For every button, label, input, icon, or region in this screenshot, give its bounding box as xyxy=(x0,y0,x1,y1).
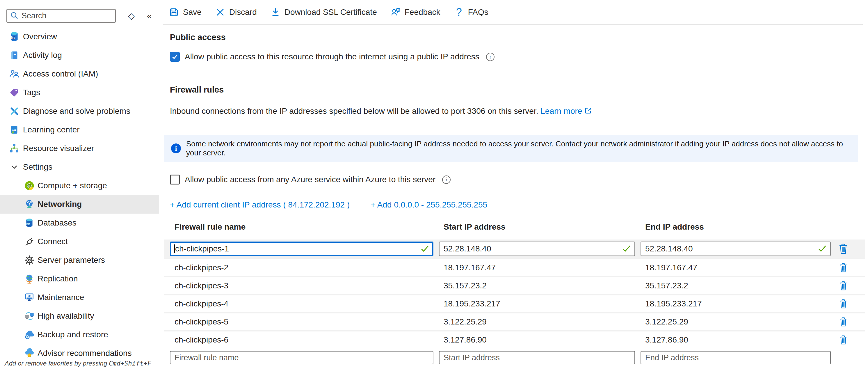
connect-plug-icon xyxy=(24,236,35,247)
svg-text:$: $ xyxy=(29,184,31,188)
end-ip-input[interactable] xyxy=(641,242,831,256)
search-box[interactable] xyxy=(6,9,116,23)
delete-rule-button[interactable] xyxy=(837,333,850,347)
sidebar-item-label: Advisor recommendations xyxy=(37,349,132,358)
banner-text: Some network environments may not report… xyxy=(186,140,851,157)
azure-services-checkbox-label: Allow public access from any Azure servi… xyxy=(185,175,435,184)
end-ip-cell: 35.157.23.2 xyxy=(641,281,831,290)
rule-name-input[interactable] xyxy=(170,242,433,256)
sidebar-item-label: Networking xyxy=(37,199,82,209)
add-full-range-link[interactable]: + Add 0.0.0.0 - 255.255.255.255 xyxy=(371,200,487,210)
external-link-icon xyxy=(584,107,592,116)
access-control-icon xyxy=(9,68,20,80)
table-row: ch-clickpipes-6 3.127.86.90 3.127.86.90 xyxy=(164,330,865,348)
networking-icon xyxy=(24,199,35,210)
add-client-ip-link[interactable]: + Add current client IP address ( 84.172… xyxy=(170,200,350,210)
sidebar-item-backup-restore[interactable]: Backup and restore xyxy=(0,325,159,344)
search-input[interactable] xyxy=(22,11,112,20)
sidebar-item-label: Databases xyxy=(37,218,76,227)
rule-name-cell: ch-clickpipes-5 xyxy=(170,317,433,327)
sidebar-search-row: ◇ « xyxy=(6,9,153,23)
delete-rule-button[interactable] xyxy=(837,261,850,275)
svg-text:My: My xyxy=(11,36,15,39)
sidebar-item-databases[interactable]: DB Databases xyxy=(0,214,159,232)
sidebar-item-label: Learning center xyxy=(23,125,80,134)
maintenance-icon xyxy=(24,292,35,303)
azure-networking-page: ◇ « My Overview Activity log Access cont… xyxy=(0,0,868,369)
faqs-label: FAQs xyxy=(468,7,488,17)
sidebar-item-label: Server parameters xyxy=(37,255,105,265)
sidebar-item-label: Connect xyxy=(37,237,68,246)
start-ip-cell: 3.127.86.90 xyxy=(439,335,635,344)
new-end-ip-input[interactable] xyxy=(641,351,831,364)
new-start-ip-input[interactable] xyxy=(439,351,635,364)
faqs-button[interactable]: ? FAQs xyxy=(454,7,488,18)
rule-name-cell: ch-clickpipes-3 xyxy=(170,281,433,290)
table-row: ch-clickpipes-2 18.197.167.47 18.197.167… xyxy=(164,258,865,276)
end-ip-cell: 18.197.167.47 xyxy=(641,263,831,272)
sidebar-item-activity-log[interactable]: Activity log xyxy=(0,46,159,65)
new-rule-name-input[interactable] xyxy=(170,351,433,364)
tag-icon xyxy=(9,87,20,98)
public-access-checkbox-row: Allow public access to this resource thr… xyxy=(170,52,495,62)
sidebar-item-server-parameters[interactable]: Server parameters xyxy=(0,251,159,270)
download-icon xyxy=(270,7,281,18)
sidebar-item-replication[interactable]: Replication xyxy=(0,270,159,288)
backup-restore-icon xyxy=(24,329,35,340)
info-icon[interactable]: i xyxy=(442,176,451,184)
sidebar-item-access-control[interactable]: Access control (IAM) xyxy=(0,65,159,83)
svg-text:101: 101 xyxy=(12,128,16,131)
end-ip-cell: 3.122.25.29 xyxy=(641,317,831,327)
sidebar-item-overview[interactable]: My Overview xyxy=(0,27,159,46)
pin-menu-icon[interactable]: ◇ xyxy=(128,12,135,20)
question-mark-icon: ? xyxy=(454,7,464,18)
sidebar-item-connect[interactable]: Connect xyxy=(0,232,159,251)
sidebar-item-high-availability[interactable]: High availability xyxy=(0,307,159,325)
collapse-sidebar-icon[interactable]: « xyxy=(147,12,152,20)
toolbar-divider xyxy=(163,25,863,25)
delete-rule-button[interactable] xyxy=(837,297,850,311)
start-ip-input-wrap xyxy=(439,242,635,256)
end-ip-cell: 3.127.86.90 xyxy=(641,335,831,344)
public-access-checkbox[interactable] xyxy=(170,52,180,62)
info-icon[interactable]: i xyxy=(486,53,495,61)
start-ip-cell: 18.195.233.217 xyxy=(439,299,635,308)
feedback-label: Feedback xyxy=(405,7,440,17)
sidebar-item-maintenance[interactable]: Maintenance xyxy=(0,288,159,307)
header-firewall-rule-name: Firewall rule name xyxy=(170,222,433,232)
delete-rule-button[interactable] xyxy=(837,242,850,256)
command-toolbar: Save Discard Download SSL Certificate Fe… xyxy=(163,0,488,25)
download-ssl-certificate-button[interactable]: Download SSL Certificate xyxy=(270,7,377,18)
learn-more-link[interactable]: Learn more xyxy=(540,106,582,116)
sidebar-item-learning-center[interactable]: 101 Learning center xyxy=(0,121,159,139)
save-button[interactable]: Save xyxy=(169,7,202,18)
sidebar-item-label: Access control (IAM) xyxy=(23,69,98,79)
sidebar-item-settings-group[interactable]: Settings xyxy=(0,158,159,176)
sidebar-item-label: Backup and restore xyxy=(37,330,108,339)
table-header-row: Firewall rule name Start IP address End … xyxy=(164,221,865,233)
start-ip-input[interactable] xyxy=(439,242,635,256)
table-row-editing xyxy=(164,240,865,258)
end-ip-input-wrap xyxy=(641,242,831,256)
sidebar-item-label: Tags xyxy=(23,88,40,97)
end-ip-cell: 18.195.233.217 xyxy=(641,299,831,308)
download-ssl-label: Download SSL Certificate xyxy=(284,7,377,17)
discard-button[interactable]: Discard xyxy=(215,7,257,18)
sidebar-item-label: Resource visualizer xyxy=(23,144,94,153)
sidebar-item-compute-storage[interactable]: $ Compute + storage xyxy=(0,176,159,195)
feedback-button[interactable]: Feedback xyxy=(391,7,440,18)
public-access-heading: Public access xyxy=(170,33,226,42)
replication-globe-icon xyxy=(24,273,35,284)
advisor-recommendations-icon xyxy=(24,348,35,359)
sidebar-item-networking[interactable]: Networking xyxy=(0,195,159,214)
header-end-ip: End IP address xyxy=(641,222,831,232)
delete-rule-button[interactable] xyxy=(837,279,850,293)
start-ip-cell: 3.122.25.29 xyxy=(439,317,635,327)
sidebar-item-tags[interactable]: Tags xyxy=(0,83,159,102)
delete-rule-button[interactable] xyxy=(837,315,850,329)
search-icon xyxy=(10,11,19,21)
azure-services-checkbox[interactable] xyxy=(170,175,180,185)
sidebar-item-diagnose[interactable]: Diagnose and solve problems xyxy=(0,102,159,121)
main-content: Save Discard Download SSL Certificate Fe… xyxy=(159,0,868,369)
sidebar-item-resource-visualizer[interactable]: Resource visualizer xyxy=(0,139,159,158)
